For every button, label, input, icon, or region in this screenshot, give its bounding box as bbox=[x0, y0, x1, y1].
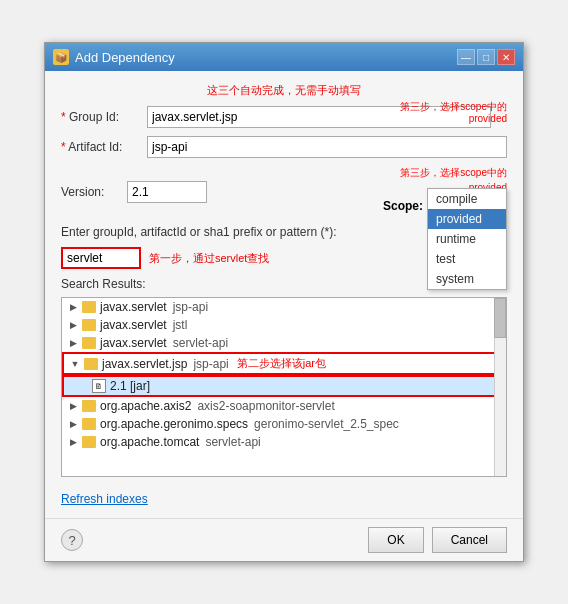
scope-label: Scope: bbox=[383, 199, 423, 213]
scope-step3-hint: 第三步，选择scope中的 bbox=[400, 166, 507, 180]
dialog-title: Add Dependency bbox=[75, 50, 175, 65]
folder-icon bbox=[82, 418, 96, 430]
scrollbar-thumb[interactable] bbox=[494, 298, 506, 338]
footer-right: OK Cancel bbox=[368, 527, 507, 553]
list-item[interactable]: ▶ javax.servlet servlet-api bbox=[62, 334, 506, 352]
scope-group: 第三步，选择scope中的 provided Scope: compile pr… bbox=[383, 166, 507, 217]
expand-icon: ▶ bbox=[66, 417, 80, 431]
scope-hint: 第三步，选择scope中的 bbox=[400, 99, 507, 114]
titlebar: 📦 Add Dependency — □ ✕ bbox=[45, 43, 523, 71]
list-item-jar[interactable]: 🗎 2.1 [jar] bbox=[62, 375, 506, 397]
search-input[interactable] bbox=[61, 247, 141, 269]
scope-option-runtime[interactable]: runtime bbox=[428, 229, 506, 249]
folder-icon bbox=[84, 358, 98, 370]
scope-option-system[interactable]: system bbox=[428, 269, 506, 289]
expand-icon: ▼ bbox=[68, 357, 82, 371]
version-scope-row: Version: 第三步，选择scope中的 provided Scope: c… bbox=[61, 166, 507, 217]
version-input[interactable] bbox=[127, 181, 207, 203]
list-item[interactable]: ▶ org.apache.tomcat servlet-api bbox=[62, 433, 506, 451]
jar-icon: 🗎 bbox=[92, 379, 106, 393]
refresh-indexes-link[interactable]: Refresh indexes bbox=[61, 492, 507, 506]
maximize-button[interactable]: □ bbox=[477, 49, 495, 65]
help-button[interactable]: ? bbox=[61, 529, 83, 551]
footer-left: ? bbox=[61, 529, 83, 551]
titlebar-controls: — □ ✕ bbox=[457, 49, 515, 65]
results-container: ▶ javax.servlet jsp-api ▶ javax.servlet … bbox=[61, 297, 507, 482]
ok-button[interactable]: OK bbox=[368, 527, 423, 553]
expand-icon: ▶ bbox=[66, 300, 80, 314]
dialog-content: 这三个自动完成，无需手动填写 * Group Id: 第三步，选择scope中的… bbox=[45, 71, 523, 518]
artifact-id-input[interactable] bbox=[147, 136, 507, 158]
version-label: Version: bbox=[61, 185, 121, 199]
step3-hint: 第三步，选择scope中的 bbox=[400, 101, 507, 112]
list-item[interactable]: ▶ javax.servlet jstl bbox=[62, 316, 506, 334]
artifact-id-label: * Artifact Id: bbox=[61, 140, 141, 154]
folder-icon bbox=[82, 436, 96, 448]
group-id-row: * Group Id: 第三步，选择scope中的 provided bbox=[61, 106, 507, 128]
dialog-footer: ? OK Cancel bbox=[45, 518, 523, 561]
group-id-label: * Group Id: bbox=[61, 110, 141, 124]
minimize-button[interactable]: — bbox=[457, 49, 475, 65]
scope-option-compile[interactable]: compile bbox=[428, 189, 506, 209]
cancel-button[interactable]: Cancel bbox=[432, 527, 507, 553]
folder-icon bbox=[82, 301, 96, 313]
scope-dropdown-menu: compile provided runtime test system bbox=[427, 188, 507, 290]
list-item[interactable]: ▶ org.apache.axis2 axis2-soapmonitor-ser… bbox=[62, 397, 506, 415]
add-dependency-dialog: 📦 Add Dependency — □ ✕ 这三个自动完成，无需手动填写 * … bbox=[44, 42, 524, 562]
step2-hint: 第二步选择该jar包 bbox=[237, 356, 326, 371]
scope-option-test[interactable]: test bbox=[428, 249, 506, 269]
version-group: Version: bbox=[61, 181, 207, 203]
search-step1-hint: 第一步，通过servlet查找 bbox=[149, 251, 269, 266]
results-list[interactable]: ▶ javax.servlet jsp-api ▶ javax.servlet … bbox=[61, 297, 507, 477]
scrollbar-track bbox=[494, 298, 506, 476]
artifact-id-row: * Artifact Id: bbox=[61, 136, 507, 158]
list-item[interactable]: ▶ javax.servlet jsp-api bbox=[62, 298, 506, 316]
expand-icon: ▶ bbox=[66, 318, 80, 332]
folder-icon bbox=[82, 400, 96, 412]
expand-icon: ▶ bbox=[66, 435, 80, 449]
expand-icon: ▶ bbox=[66, 399, 80, 413]
list-item[interactable]: ▶ org.apache.geronimo.specs geronimo-ser… bbox=[62, 415, 506, 433]
folder-icon bbox=[82, 319, 96, 331]
close-button[interactable]: ✕ bbox=[497, 49, 515, 65]
scope-option-provided[interactable]: provided bbox=[428, 209, 506, 229]
folder-icon bbox=[82, 337, 96, 349]
dialog-icon: 📦 bbox=[53, 49, 69, 65]
list-item-selected-parent[interactable]: ▼ javax.servlet.jsp jsp-api 第二步选择该jar包 bbox=[62, 352, 506, 375]
auto-fill-hint: 这三个自动完成，无需手动填写 bbox=[61, 83, 507, 98]
expand-icon: ▶ bbox=[66, 336, 80, 350]
titlebar-left: 📦 Add Dependency bbox=[53, 49, 175, 65]
provided-hint: provided bbox=[469, 113, 507, 124]
